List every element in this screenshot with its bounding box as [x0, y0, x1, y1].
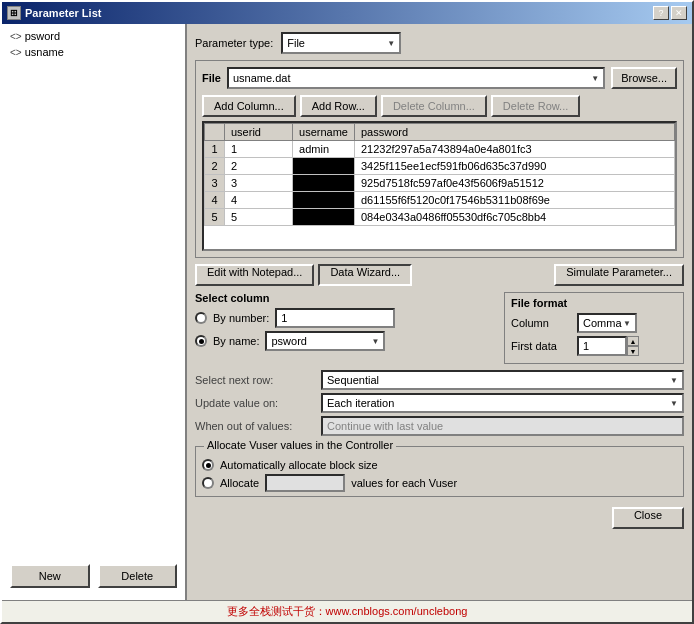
by-number-value: 1: [281, 312, 287, 324]
right-panel: Parameter type: File ▼ File usname.dat ▼…: [187, 24, 692, 600]
by-name-label: By name:: [213, 335, 259, 347]
spinner-up[interactable]: ▲: [627, 336, 639, 346]
cell-password: 084e0343a0486ff05530df6c705c8bb4: [354, 209, 674, 226]
tree-label-psword: psword: [25, 30, 60, 42]
select-next-section: Select next row: Sequential ▼ Update val…: [195, 370, 684, 436]
when-out-of-values-value: Continue with last value: [327, 420, 443, 432]
data-table[interactable]: userid username password 11admin21232f29…: [202, 121, 677, 251]
update-value-on-row: Update value on: Each iteration ▼: [195, 393, 684, 413]
window-icon: ⊞: [7, 6, 21, 20]
update-value-on-label: Update value on:: [195, 397, 315, 409]
left-panel: <> psword <> usname New Delete: [2, 24, 187, 600]
table-header-row: userid username password: [205, 124, 675, 141]
add-column-button[interactable]: Add Column...: [202, 95, 296, 117]
tree-item-usname[interactable]: <> usname: [6, 44, 181, 60]
action-left: Edit with Notepad... Data Wizard...: [195, 264, 412, 286]
title-bar-left: ⊞ Parameter List: [7, 6, 101, 20]
add-row-button[interactable]: Add Row...: [300, 95, 377, 117]
auto-allocate-radio[interactable]: [202, 459, 214, 471]
cell-username: [293, 209, 355, 226]
table-row[interactable]: 44d61155f6f5120c0f17546b5311b08f69e: [205, 192, 675, 209]
browse-button[interactable]: Browse...: [611, 67, 677, 89]
main-window: ⊞ Parameter List ? ✕ <> psword <> usname…: [0, 0, 694, 624]
auto-allocate-label: Automatically allocate block size: [220, 459, 378, 471]
cell-username: [293, 175, 355, 192]
close-button[interactable]: Close: [612, 507, 684, 529]
edit-notepad-button[interactable]: Edit with Notepad...: [195, 264, 314, 286]
close-window-button[interactable]: ✕: [671, 6, 687, 20]
col-header-rownum: [205, 124, 225, 141]
manual-allocate-suffix: values for each Vuser: [351, 477, 457, 489]
col-header-password: password: [354, 124, 674, 141]
by-name-select[interactable]: psword ▼: [265, 331, 385, 351]
file-label: File: [202, 72, 221, 84]
param-type-row: Parameter type: File ▼: [195, 32, 684, 54]
manual-allocate-radio[interactable]: [202, 477, 214, 489]
first-data-label: First data: [511, 340, 571, 352]
manual-allocate-input[interactable]: [265, 474, 345, 492]
first-data-input[interactable]: 1: [577, 336, 627, 356]
manual-allocate-row: Allocate values for each Vuser: [202, 474, 677, 492]
select-next-row-select[interactable]: Sequential ▼: [321, 370, 684, 390]
delete-button[interactable]: Delete: [98, 564, 178, 588]
table-row[interactable]: 55084e0343a0486ff05530df6c705c8bb4: [205, 209, 675, 226]
cell-userid: 2: [225, 158, 293, 175]
first-data-value: 1: [583, 340, 589, 352]
first-data-spinner: ▲ ▼: [627, 336, 639, 356]
cell-rownum: 1: [205, 141, 225, 158]
cell-password: 21232f297a5a743894a0e4a801fc3: [354, 141, 674, 158]
spinner-down[interactable]: ▼: [627, 346, 639, 356]
by-number-input[interactable]: 1: [275, 308, 395, 328]
new-button[interactable]: New: [10, 564, 90, 588]
allocate-title: Allocate Vuser values in the Controller: [204, 439, 396, 451]
bottom-bar-text: 更多全栈测试干货：www.cnblogs.com/unclebong: [227, 605, 468, 617]
table-row[interactable]: 33925d7518fc597af0e43f5606f9a51512: [205, 175, 675, 192]
cell-rownum: 3: [205, 175, 225, 192]
by-name-row: By name: psword ▼: [195, 331, 494, 351]
tree-item-psword[interactable]: <> psword: [6, 28, 181, 44]
select-column-section: Select column By number: 1 By name: pswo…: [195, 292, 494, 364]
toolbar-row: Add Column... Add Row... Delete Column..…: [202, 95, 677, 117]
param-type-select[interactable]: File ▼: [281, 32, 401, 54]
cell-rownum: 2: [205, 158, 225, 175]
by-name-arrow: ▼: [372, 337, 380, 346]
by-number-radio[interactable]: [195, 312, 207, 324]
table-row[interactable]: 223425f115ee1ecf591fb06d635c37d990: [205, 158, 675, 175]
table-row[interactable]: 11admin21232f297a5a743894a0e4a801fc3: [205, 141, 675, 158]
cell-userid: 3: [225, 175, 293, 192]
select-next-row-value: Sequential: [327, 374, 379, 386]
column-format-select[interactable]: Comma ▼: [577, 313, 637, 333]
update-value-on-select[interactable]: Each iteration ▼: [321, 393, 684, 413]
by-name-radio[interactable]: [195, 335, 207, 347]
bottom-bar: 更多全栈测试干货：www.cnblogs.com/unclebong: [2, 600, 692, 622]
file-format-section: File format Column Comma ▼ First data 1: [504, 292, 684, 364]
tree-label-usname: usname: [25, 46, 64, 58]
select-column-title: Select column: [195, 292, 494, 304]
first-data-row: First data 1 ▲ ▼: [511, 336, 677, 356]
select-next-row-row: Select next row: Sequential ▼: [195, 370, 684, 390]
select-next-row-label: Select next row:: [195, 374, 315, 386]
cell-password: d61155f6f5120c0f17546b5311b08f69e: [354, 192, 674, 209]
when-out-of-values-input: Continue with last value: [321, 416, 684, 436]
allocate-groupbox: Allocate Vuser values in the Controller …: [195, 446, 684, 497]
param-type-value: File: [287, 37, 305, 49]
cell-rownum: 4: [205, 192, 225, 209]
update-value-on-arrow: ▼: [670, 399, 678, 408]
delete-row-button[interactable]: Delete Row...: [491, 95, 580, 117]
update-value-on-value: Each iteration: [327, 397, 394, 409]
data-wizard-button[interactable]: Data Wizard...: [318, 264, 412, 286]
help-button[interactable]: ?: [653, 6, 669, 20]
two-col-section: Select column By number: 1 By name: pswo…: [195, 292, 684, 364]
simulate-param-button[interactable]: Simulate Parameter...: [554, 264, 684, 286]
col-header-username: username: [293, 124, 355, 141]
param-type-label: Parameter type:: [195, 37, 273, 49]
window-title: Parameter List: [25, 7, 101, 19]
file-format-title: File format: [511, 297, 677, 309]
title-buttons: ? ✕: [653, 6, 687, 20]
delete-column-button[interactable]: Delete Column...: [381, 95, 487, 117]
select-next-row-arrow: ▼: [670, 376, 678, 385]
cell-username: admin: [293, 141, 355, 158]
by-number-label: By number:: [213, 312, 269, 324]
by-name-value: psword: [271, 335, 306, 347]
file-input[interactable]: usname.dat ▼: [227, 67, 605, 89]
